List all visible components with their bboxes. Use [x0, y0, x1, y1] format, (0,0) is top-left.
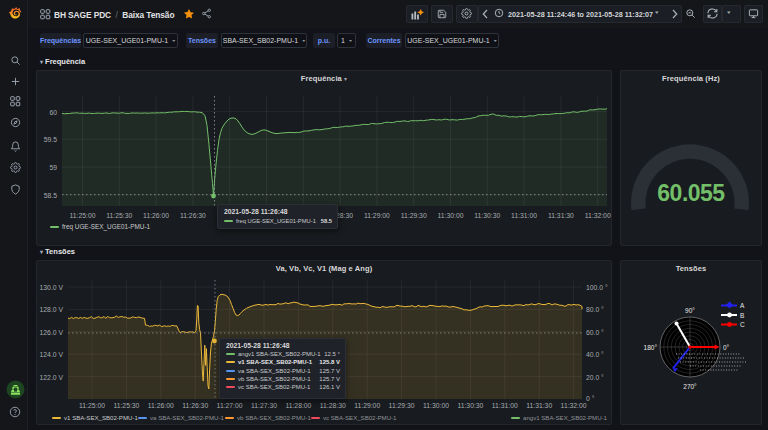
svg-text:11:32:00: 11:32:00 [585, 212, 611, 219]
svg-text:11:32:00: 11:32:00 [561, 402, 587, 409]
svg-text:B: B [740, 312, 744, 319]
svg-text:11:29:00: 11:29:00 [354, 402, 380, 409]
svg-text:11:26:00: 11:26:00 [143, 212, 169, 219]
svg-text:0°: 0° [723, 344, 730, 351]
svg-text:126.0 V: 126.0 V [40, 329, 64, 336]
svg-text:20.0 °: 20.0 ° [586, 374, 604, 381]
svg-text:11:29:00: 11:29:00 [364, 212, 390, 219]
svg-text:59.5: 59.5 [44, 136, 57, 143]
svg-text:11:28:30: 11:28:30 [320, 402, 346, 409]
svg-text:A: A [740, 302, 745, 309]
svg-text:11:30:30: 11:30:30 [474, 212, 500, 219]
svg-text:0 °: 0 ° [586, 395, 595, 402]
svg-text:11:25:00: 11:25:00 [79, 402, 105, 409]
svg-text:59: 59 [49, 164, 57, 171]
svg-text:58.5: 58.5 [44, 192, 57, 199]
svg-text:60.0 °: 60.0 ° [586, 329, 604, 336]
svg-text:11:27:00: 11:27:00 [217, 402, 243, 409]
svg-text:124.0 V: 124.0 V [40, 351, 64, 358]
svg-text:90°: 90° [685, 307, 695, 314]
svg-text:130.0 V: 130.0 V [40, 284, 64, 291]
svg-text:11:31:30: 11:31:30 [526, 402, 552, 409]
svg-text:11:26:00: 11:26:00 [148, 402, 174, 409]
svg-text:11:26:30: 11:26:30 [182, 402, 208, 409]
svg-text:11:29:30: 11:29:30 [401, 212, 427, 219]
svg-text:11:25:30: 11:25:30 [106, 212, 132, 219]
svg-text:180°: 180° [644, 344, 658, 351]
svg-text:11:29:30: 11:29:30 [389, 402, 415, 409]
svg-text:80.0 °: 80.0 ° [586, 306, 604, 313]
svg-text:11:31:00: 11:31:00 [492, 402, 518, 409]
svg-text:122.0 V: 122.0 V [40, 374, 64, 381]
svg-text:11:25:00: 11:25:00 [70, 212, 96, 219]
svg-text:11:26:30: 11:26:30 [180, 212, 206, 219]
svg-text:11:28:00: 11:28:00 [285, 402, 311, 409]
svg-text:40.0 °: 40.0 ° [586, 351, 604, 358]
svg-text:11:31:00: 11:31:00 [511, 212, 537, 219]
svg-text:11:27:30: 11:27:30 [251, 402, 277, 409]
svg-text:11:30:00: 11:30:00 [438, 212, 464, 219]
svg-text:11:31:30: 11:31:30 [548, 212, 574, 219]
svg-text:270°: 270° [683, 383, 697, 390]
svg-text:C: C [740, 321, 745, 328]
svg-text:128.0 V: 128.0 V [40, 306, 64, 313]
svg-text:100.0 °: 100.0 ° [586, 284, 608, 291]
svg-text:11:30:30: 11:30:30 [457, 402, 483, 409]
svg-text:60: 60 [49, 109, 57, 116]
svg-text:11:25:30: 11:25:30 [113, 402, 139, 409]
svg-text:11:30:00: 11:30:00 [423, 402, 449, 409]
